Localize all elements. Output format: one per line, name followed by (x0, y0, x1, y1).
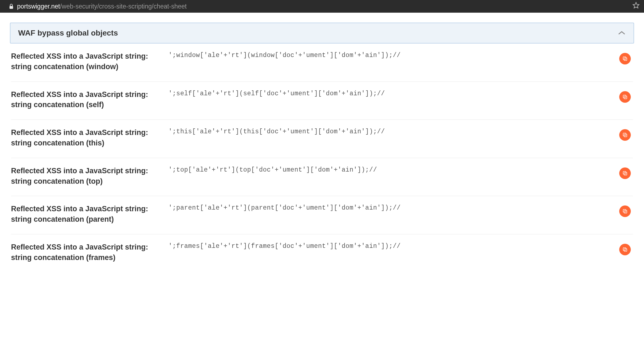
copy-button[interactable] (619, 167, 631, 179)
svg-rect-5 (623, 95, 626, 98)
chevron-up-icon (618, 30, 626, 36)
svg-rect-2 (624, 58, 627, 61)
main-content: WAF bypass global objects Reflected XSS … (0, 13, 644, 272)
url-text: portswigger.net/web-security/cross-site-… (17, 3, 187, 10)
cheat-sheet-item: Reflected XSS into a JavaScript string: … (11, 234, 633, 272)
item-title: Reflected XSS into a JavaScript string: … (11, 51, 160, 72)
browser-url-bar[interactable]: portswigger.net/web-security/cross-site-… (0, 0, 644, 13)
accordion-title: WAF bypass global objects (18, 29, 118, 37)
cheat-sheet-item: Reflected XSS into a JavaScript string: … (11, 196, 633, 234)
copy-button[interactable] (619, 129, 631, 141)
item-code: ';this['ale'+'rt'](this['doc'+'ument']['… (168, 128, 610, 135)
svg-rect-13 (623, 248, 626, 250)
item-code: ';top['ale'+'rt'](top['doc'+'ument']['do… (168, 166, 610, 174)
cheat-sheet-item: Reflected XSS into a JavaScript string: … (11, 158, 633, 196)
svg-rect-8 (624, 172, 627, 175)
item-title: Reflected XSS into a JavaScript string: … (11, 90, 160, 110)
item-title: Reflected XSS into a JavaScript string: … (11, 242, 160, 263)
lock-icon (9, 4, 14, 9)
svg-rect-3 (623, 57, 626, 59)
items-list: Reflected XSS into a JavaScript string: … (10, 44, 634, 272)
svg-rect-11 (623, 210, 626, 212)
copy-button[interactable] (619, 244, 631, 255)
svg-rect-4 (624, 96, 627, 99)
accordion-header[interactable]: WAF bypass global objects (10, 23, 634, 44)
url-host: portswigger.net (17, 3, 60, 10)
svg-rect-0 (10, 6, 13, 9)
item-title: Reflected XSS into a JavaScript string: … (11, 166, 160, 187)
svg-marker-1 (633, 2, 639, 8)
item-code: ';self['ale'+'rt'](self['doc'+'ument']['… (168, 90, 610, 97)
copy-button[interactable] (619, 53, 631, 64)
item-code: ';parent['ale'+'rt'](parent['doc'+'ument… (168, 204, 610, 212)
cheat-sheet-item: Reflected XSS into a JavaScript string: … (11, 82, 633, 120)
copy-button[interactable] (619, 91, 631, 103)
item-code: ';window['ale'+'rt'](window['doc'+'ument… (168, 51, 610, 59)
item-title: Reflected XSS into a JavaScript string: … (11, 204, 160, 225)
svg-rect-9 (623, 171, 626, 174)
cheat-sheet-item: Reflected XSS into a JavaScript string: … (11, 120, 633, 158)
svg-rect-6 (624, 134, 627, 137)
item-title: Reflected XSS into a JavaScript string: … (11, 128, 160, 148)
svg-rect-10 (624, 210, 627, 213)
svg-rect-7 (623, 133, 626, 136)
svg-rect-12 (624, 249, 627, 251)
cheat-sheet-item: Reflected XSS into a JavaScript string: … (11, 44, 633, 82)
url-path: /web-security/cross-site-scripting/cheat… (60, 3, 187, 10)
item-code: ';frames['ale'+'rt'](frames['doc'+'ument… (168, 242, 610, 250)
copy-button[interactable] (619, 205, 631, 217)
star-icon[interactable] (632, 2, 640, 11)
